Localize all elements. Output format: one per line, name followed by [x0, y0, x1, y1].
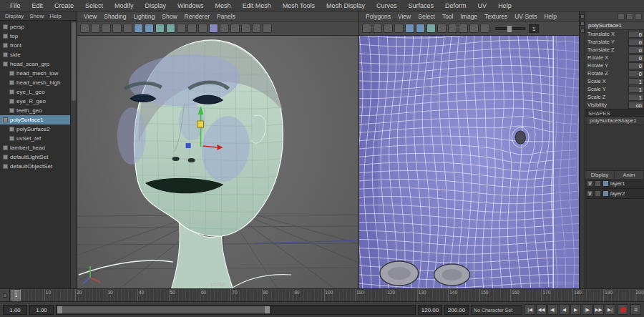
outliner-item[interactable]: defaultLightSet: [0, 152, 70, 162]
channel-value-field[interactable]: 0: [628, 39, 644, 46]
isolate-select-icon[interactable]: [252, 24, 261, 33]
animation-end-field[interactable]: 200.00: [444, 305, 469, 315]
outliner-item[interactable]: lambert_head: [0, 143, 70, 152]
xray-icon[interactable]: [241, 24, 250, 33]
uv-menu-item[interactable]: View: [394, 13, 414, 20]
layer-row[interactable]: V layer1: [585, 179, 644, 189]
channel-name[interactable]: Translate X: [587, 31, 628, 37]
outliner-item[interactable]: top: [0, 31, 70, 41]
snap-grid-icon[interactable]: [448, 24, 457, 33]
z-axis-handle[interactable]: [186, 143, 191, 148]
uv-menu-item[interactable]: Image: [457, 13, 481, 20]
channel-name[interactable]: Scale Y: [587, 86, 628, 92]
Modify[interactable]: Modify: [109, 2, 140, 9]
channel-speed-icon[interactable]: [626, 13, 633, 20]
layer-visibility-toggle[interactable]: V: [587, 190, 593, 197]
exposure-icon[interactable]: [263, 24, 272, 33]
UV[interactable]: UV: [472, 2, 493, 9]
layout-uv-icon[interactable]: [437, 24, 447, 33]
channel-name[interactable]: Translate Z: [587, 47, 628, 53]
wireframe-icon[interactable]: [155, 24, 165, 33]
outliner-item[interactable]: head_mesh_low: [0, 69, 70, 78]
outliner-item[interactable]: head_mesh_high: [0, 78, 70, 87]
timeline-options-icon[interactable]: [0, 289, 10, 301]
outliner-item[interactable]: teeth_geo: [0, 106, 70, 115]
grid-icon[interactable]: [80, 24, 89, 33]
channel-hyperbolic-icon[interactable]: [635, 13, 642, 20]
unfold-uv-icon[interactable]: [426, 24, 436, 33]
Surfaces[interactable]: Surfaces: [403, 2, 440, 9]
outliner-item[interactable]: side: [0, 50, 70, 59]
step-forward-frame-button[interactable]: ▶▶: [593, 304, 604, 315]
selected-object-name[interactable]: polySurface1: [585, 21, 644, 30]
pixel-snap-icon[interactable]: [459, 24, 468, 33]
uv-exposure-field[interactable]: 1: [529, 24, 539, 33]
lights-icon[interactable]: [187, 24, 197, 33]
channel-name[interactable]: Translate Y: [587, 39, 628, 45]
channel-value-field[interactable]: 0: [628, 31, 644, 38]
safe-action-icon[interactable]: [134, 24, 143, 33]
outliner-item[interactable]: persp: [0, 22, 70, 31]
step-back-frame-button[interactable]: ◀◀: [536, 304, 547, 315]
channel-value-field[interactable]: 1: [628, 94, 644, 101]
multisample-icon[interactable]: [230, 24, 240, 33]
motion-blur-icon[interactable]: [220, 24, 229, 33]
rotate-cw-icon[interactable]: [394, 24, 404, 33]
channel-value-field[interactable]: 1: [628, 86, 644, 93]
layer-color-swatch[interactable]: [602, 190, 609, 197]
viewport-menu-item[interactable]: Renderer: [181, 13, 213, 20]
textured-icon[interactable]: [177, 24, 186, 33]
uv-brightness-slider[interactable]: [495, 27, 525, 30]
outliner-item[interactable]: head_scan_grp: [0, 59, 70, 69]
channel-box-toggle-icon[interactable]: [580, 14, 585, 19]
step-forward-key-button[interactable]: |▶: [582, 304, 592, 315]
Display[interactable]: Display: [140, 2, 172, 9]
range-fill[interactable]: [57, 306, 265, 313]
viewport-menu-item[interactable]: View: [80, 13, 100, 20]
Mesh Display[interactable]: Mesh Display: [321, 2, 371, 9]
playback-end-field[interactable]: 120.00: [418, 305, 442, 315]
scrollbar-thumb[interactable]: [72, 22, 76, 101]
Mesh[interactable]: Mesh: [210, 2, 237, 9]
Curves[interactable]: Curves: [371, 2, 403, 9]
tool-settings-toggle-icon[interactable]: [580, 29, 585, 33]
film-gate-icon[interactable]: [91, 24, 100, 33]
attribute-editor-toggle-icon[interactable]: [580, 21, 585, 26]
slider-thumb[interactable]: [507, 26, 512, 32]
shape-node-name[interactable]: polySurfaceShape1: [585, 117, 644, 125]
outliner-menu-item[interactable]: Help: [47, 13, 64, 19]
outliner-item[interactable]: polySurface2: [0, 125, 70, 134]
uv-menu-item[interactable]: Textures: [481, 13, 511, 20]
rotate-ccw-icon[interactable]: [384, 24, 393, 33]
field-chart-icon[interactable]: [123, 24, 132, 33]
channel-value-field[interactable]: 1: [628, 78, 644, 85]
center-handle[interactable]: [197, 121, 204, 127]
ambient-occlusion-icon[interactable]: [209, 24, 218, 33]
channel-value-field[interactable]: 0: [628, 47, 644, 54]
character-set-dropdown[interactable]: No Character Set: [471, 305, 522, 315]
channel-name[interactable]: Scale X: [587, 78, 628, 84]
layer-playback-toggle[interactable]: [595, 180, 601, 187]
checker-map-icon[interactable]: [469, 24, 479, 33]
gate-mask-icon[interactable]: [112, 24, 122, 33]
uv-menu-item[interactable]: UV Sets: [511, 13, 540, 20]
channel-value-field[interactable]: 0: [628, 54, 644, 62]
channel-value-field[interactable]: on: [628, 102, 644, 109]
channel-name[interactable]: Rotate Y: [587, 62, 628, 69]
Windows[interactable]: Windows: [172, 2, 210, 9]
channel-value-field[interactable]: 0: [628, 70, 644, 77]
cut-uv-icon[interactable]: [405, 24, 414, 33]
flip-u-icon[interactable]: [362, 24, 371, 33]
go-to-end-button[interactable]: ▶|: [605, 304, 615, 315]
flip-v-icon[interactable]: [373, 24, 382, 33]
outliner-item[interactable]: eye_L_geo: [0, 87, 70, 97]
layer-tab[interactable]: Display: [585, 171, 615, 179]
smooth-shade-icon[interactable]: [166, 24, 175, 33]
outliner-menu-item[interactable]: Show: [26, 13, 47, 19]
viewport-menu-item[interactable]: Panels: [213, 13, 239, 20]
outliner-item[interactable]: uvSet_ref: [0, 134, 70, 143]
File[interactable]: File: [4, 2, 26, 9]
outliner-menu-item[interactable]: Display: [2, 13, 26, 19]
layer-color-swatch[interactable]: [602, 180, 609, 187]
viewport-3d-canvas[interactable]: persp: [77, 36, 358, 288]
